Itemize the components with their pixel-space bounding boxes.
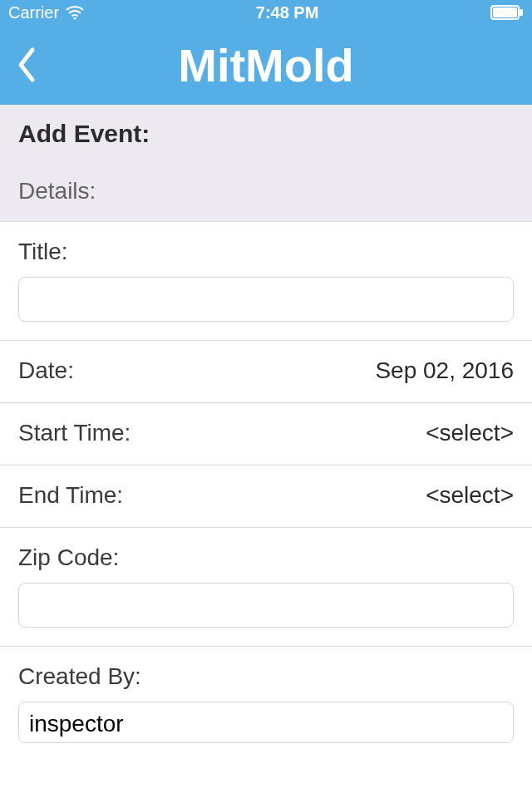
back-button[interactable] bbox=[10, 40, 43, 90]
app-title: MitMold bbox=[178, 38, 353, 92]
created-by-label: Created By: bbox=[18, 663, 514, 690]
status-left: Carrier bbox=[8, 3, 84, 22]
title-label: Title: bbox=[18, 239, 514, 265]
page-subtitle: Details: bbox=[18, 178, 514, 204]
start-time-label: Start Time: bbox=[18, 420, 131, 446]
date-value: Sep 02, 2016 bbox=[375, 357, 514, 384]
zip-label: Zip Code: bbox=[18, 544, 514, 571]
battery-icon bbox=[490, 5, 524, 20]
status-time: 7:48 PM bbox=[256, 3, 319, 22]
svg-rect-3 bbox=[520, 9, 523, 16]
page-title: Add Event: bbox=[18, 120, 514, 148]
status-right bbox=[490, 5, 524, 20]
start-time-row[interactable]: Start Time: <select> bbox=[0, 402, 532, 466]
status-bar: Carrier 7:48 PM bbox=[0, 0, 532, 25]
section-header: Add Event: Details: bbox=[0, 105, 532, 221]
svg-point-0 bbox=[74, 17, 76, 19]
title-row: Title: bbox=[0, 221, 532, 341]
app-header: MitMold bbox=[0, 25, 532, 105]
date-label: Date: bbox=[18, 357, 74, 384]
created-by-row: Created By: inspector bbox=[0, 646, 532, 743]
title-input[interactable] bbox=[18, 277, 514, 322]
zip-row: Zip Code: bbox=[0, 527, 532, 647]
carrier-label: Carrier bbox=[8, 3, 59, 22]
svg-rect-2 bbox=[493, 7, 517, 17]
date-row[interactable]: Date: Sep 02, 2016 bbox=[0, 340, 532, 403]
wifi-icon bbox=[66, 5, 84, 20]
end-time-row[interactable]: End Time: <select> bbox=[0, 465, 532, 528]
created-by-input[interactable]: inspector bbox=[18, 702, 514, 743]
chevron-left-icon bbox=[16, 47, 37, 83]
zip-input[interactable] bbox=[18, 583, 514, 628]
end-time-label: End Time: bbox=[18, 482, 123, 509]
start-time-value: <select> bbox=[426, 420, 514, 446]
end-time-value: <select> bbox=[426, 482, 514, 509]
